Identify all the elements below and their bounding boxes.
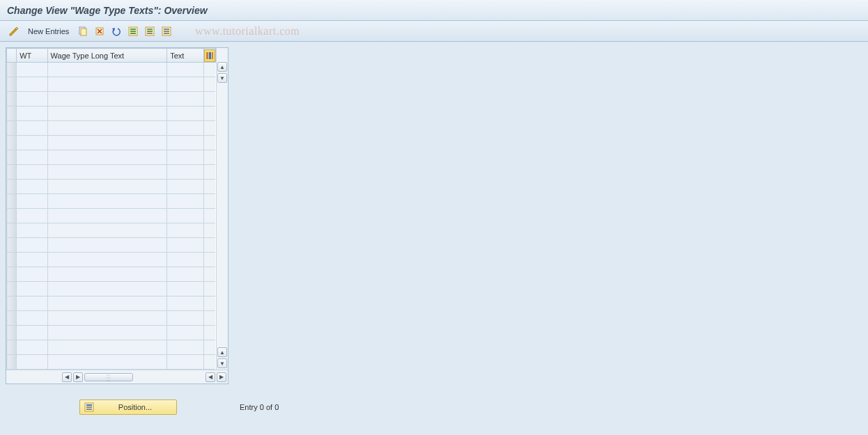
scroll-down-bottom-icon[interactable]: ▼ xyxy=(217,358,227,368)
cell-long-text[interactable] xyxy=(47,326,167,340)
cell-long-text[interactable] xyxy=(47,253,167,267)
table-row[interactable] xyxy=(7,326,216,340)
table-row[interactable] xyxy=(7,106,216,121)
cell-text[interactable] xyxy=(167,136,204,150)
cell-wt[interactable] xyxy=(17,355,47,370)
cell-wt[interactable] xyxy=(17,253,47,267)
cell-long-text[interactable] xyxy=(47,180,167,194)
cell-long-text[interactable] xyxy=(47,296,167,311)
row-selector[interactable] xyxy=(7,92,17,106)
scroll-down-icon[interactable]: ▼ xyxy=(217,73,227,83)
select-block-icon[interactable] xyxy=(143,24,157,38)
cell-wt[interactable] xyxy=(17,282,47,296)
cell-text[interactable] xyxy=(167,77,204,92)
cell-long-text[interactable] xyxy=(47,282,167,296)
row-selector[interactable] xyxy=(7,355,17,370)
cell-wt[interactable] xyxy=(17,121,47,136)
row-selector-header[interactable] xyxy=(7,49,17,63)
cell-text[interactable] xyxy=(167,223,204,238)
cell-long-text[interactable] xyxy=(47,121,167,136)
cell-long-text[interactable] xyxy=(47,238,167,253)
position-button[interactable]: Position... xyxy=(79,400,177,415)
row-selector[interactable] xyxy=(7,282,17,296)
row-selector[interactable] xyxy=(7,106,17,121)
cell-text[interactable] xyxy=(167,194,204,209)
cell-text[interactable] xyxy=(167,340,204,355)
table-settings-icon[interactable] xyxy=(204,49,215,62)
cell-long-text[interactable] xyxy=(47,77,167,92)
cell-text[interactable] xyxy=(167,121,204,136)
cell-text[interactable] xyxy=(167,238,204,253)
table-row[interactable] xyxy=(7,355,216,370)
table-row[interactable] xyxy=(7,180,216,194)
cell-long-text[interactable] xyxy=(47,194,167,209)
cell-text[interactable] xyxy=(167,296,204,311)
new-entries-button[interactable]: New Entries xyxy=(24,24,73,38)
cell-wt[interactable] xyxy=(17,326,47,340)
cell-wt[interactable] xyxy=(17,92,47,106)
row-selector[interactable] xyxy=(7,180,17,194)
cell-wt[interactable] xyxy=(17,180,47,194)
row-selector[interactable] xyxy=(7,223,17,238)
delete-icon[interactable] xyxy=(93,24,107,38)
cell-wt[interactable] xyxy=(17,106,47,121)
cell-text[interactable] xyxy=(167,106,204,121)
table-row[interactable] xyxy=(7,223,216,238)
table-row[interactable] xyxy=(7,194,216,209)
cell-text[interactable] xyxy=(167,150,204,165)
table-row[interactable] xyxy=(7,121,216,136)
cell-wt[interactable] xyxy=(17,194,47,209)
cell-wt[interactable] xyxy=(17,150,47,165)
cell-wt[interactable] xyxy=(17,209,47,223)
cell-wt[interactable] xyxy=(17,77,47,92)
table-row[interactable] xyxy=(7,311,216,326)
cell-wt[interactable] xyxy=(17,296,47,311)
column-header-wt[interactable]: WT xyxy=(17,49,47,63)
table-row[interactable] xyxy=(7,340,216,355)
row-selector[interactable] xyxy=(7,209,17,223)
cell-wt[interactable] xyxy=(17,136,47,150)
deselect-all-icon[interactable] xyxy=(160,24,173,38)
cell-text[interactable] xyxy=(167,282,204,296)
select-all-icon[interactable] xyxy=(126,24,140,38)
cell-long-text[interactable] xyxy=(47,340,167,355)
table-row[interactable] xyxy=(7,92,216,106)
cell-wt[interactable] xyxy=(17,311,47,326)
cell-long-text[interactable] xyxy=(47,311,167,326)
cell-long-text[interactable] xyxy=(47,92,167,106)
cell-long-text[interactable] xyxy=(47,223,167,238)
cell-long-text[interactable] xyxy=(47,106,167,121)
row-selector[interactable] xyxy=(7,77,17,92)
table-row[interactable] xyxy=(7,136,216,150)
cell-wt[interactable] xyxy=(17,63,47,77)
column-header-long-text[interactable]: Wage Type Long Text xyxy=(47,49,167,63)
row-selector[interactable] xyxy=(7,165,17,180)
cell-text[interactable] xyxy=(167,209,204,223)
table-row[interactable] xyxy=(7,267,216,282)
cell-wt[interactable] xyxy=(17,340,47,355)
row-selector[interactable] xyxy=(7,136,17,150)
cell-text[interactable] xyxy=(167,92,204,106)
row-selector[interactable] xyxy=(7,267,17,282)
copy-icon[interactable] xyxy=(76,24,90,38)
toggle-display-change-icon[interactable] xyxy=(7,24,21,38)
scroll-left-end-icon[interactable]: ◀ xyxy=(206,372,215,382)
cell-long-text[interactable] xyxy=(47,209,167,223)
cell-wt[interactable] xyxy=(17,267,47,282)
vertical-scrollbar[interactable]: ▲ ▼ ▲ ▼ xyxy=(216,48,228,370)
cell-long-text[interactable] xyxy=(47,63,167,77)
row-selector[interactable] xyxy=(7,63,17,77)
table-row[interactable] xyxy=(7,165,216,180)
row-selector[interactable] xyxy=(7,326,17,340)
scroll-up-icon[interactable]: ▲ xyxy=(217,62,227,72)
scroll-up-bottom-icon[interactable]: ▲ xyxy=(217,347,227,357)
row-selector[interactable] xyxy=(7,296,17,311)
row-selector[interactable] xyxy=(7,150,17,165)
row-selector[interactable] xyxy=(7,253,17,267)
row-selector[interactable] xyxy=(7,238,17,253)
scroll-right-icon[interactable]: ▶ xyxy=(73,372,83,382)
cell-text[interactable] xyxy=(167,311,204,326)
row-selector[interactable] xyxy=(7,311,17,326)
cell-text[interactable] xyxy=(167,326,204,340)
table-row[interactable] xyxy=(7,282,216,296)
